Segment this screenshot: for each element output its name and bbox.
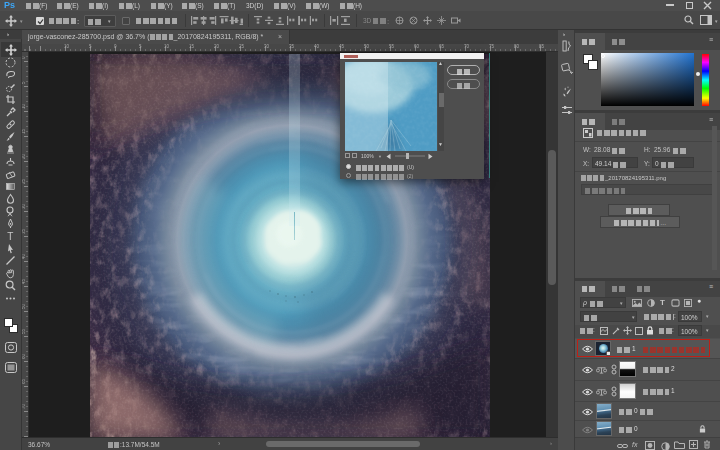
svg-text:T: T [7,231,13,242]
